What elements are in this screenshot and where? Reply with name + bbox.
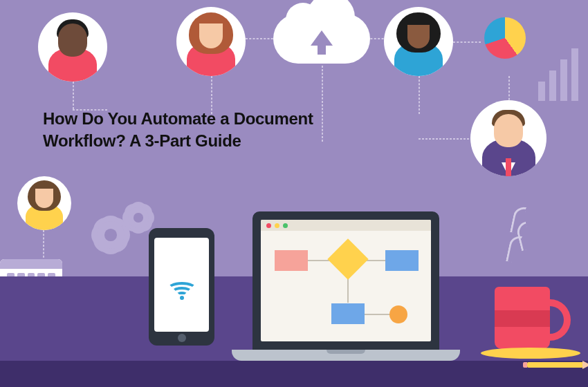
connector-line [322,66,323,142]
traffic-light-min-icon [275,223,279,228]
avatar-person-4 [470,100,546,176]
flowchart-node [275,250,308,271]
coffee-mug [495,287,550,349]
laptop [232,211,460,361]
home-button-icon [178,334,186,342]
cloud-upload-icon [273,14,370,64]
smartphone [149,228,214,346]
pencil-icon [527,362,582,368]
avatar-person-2 [176,7,246,76]
bar-chart-icon [538,48,578,101]
window-titlebar [261,220,431,231]
gear-icon [128,207,149,228]
illustration-scene: How Do You Automate a Document Workflow?… [0,0,588,387]
connector-line [419,138,472,140]
wifi-icon [167,270,197,300]
flowchart-diagram [261,231,431,341]
title-line-1: How Do You Automate a Document [43,109,313,128]
connector-line [246,38,277,39]
connector-line [73,82,74,109]
connector-line [508,76,510,104]
connector-line [453,41,481,43]
desk-edge [0,361,588,387]
avatar-person-5 [17,176,71,230]
flowchart-node [385,250,419,271]
flowchart-node [331,303,365,324]
traffic-light-max-icon [283,223,288,228]
title-line-2: Workflow? A 3-Part Guide [43,131,241,150]
traffic-light-close-icon [266,223,271,228]
flowchart-decision [327,238,368,279]
steam-icon [508,235,529,283]
article-title: How Do You Automate a Document Workflow?… [43,108,313,153]
connector-line [419,76,420,114]
pie-chart-icon [484,17,526,59]
connector-line [43,230,44,261]
gear-icon [97,221,125,249]
avatar-person-3 [384,7,453,76]
flowchart-terminator [389,305,407,323]
avatar-person-1 [38,12,107,82]
